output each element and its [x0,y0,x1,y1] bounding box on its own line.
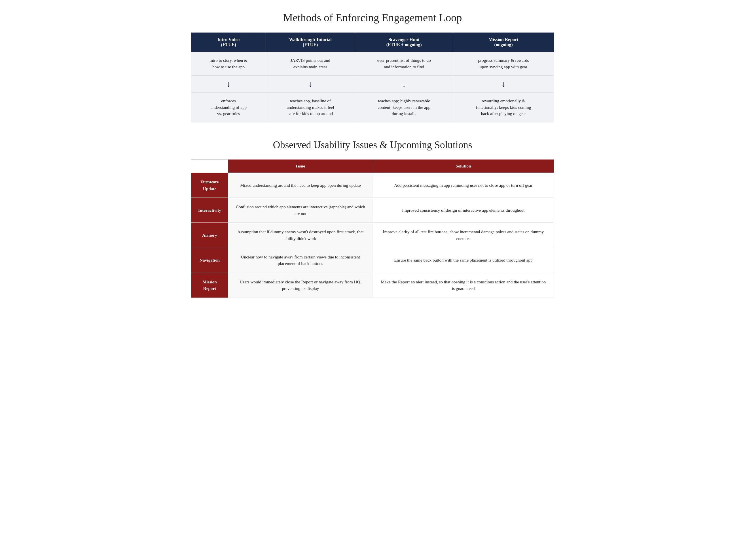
arrow-2: ↓ [266,75,355,92]
engagement-header-3: Scavenger Hunt(FTUE + ongoing) [355,33,453,52]
arrow-1: ↓ [191,75,266,92]
usability-label-interactivity: Interactivity [191,198,228,223]
engagement-top-2: JARVIS points out andexplains main areas [266,52,355,76]
usability-table: Issue Solution Firmware Update Mixed und… [191,159,554,298]
usability-issue-mission-report: Users would immediately close the Report… [228,273,373,298]
engagement-header-2: Walkthrough Tutorial(FTUE) [266,33,355,52]
engagement-bottom-1: enforcesunderstanding of appvs. gear rol… [191,92,266,122]
arrow-3: ↓ [355,75,453,92]
usability-label-armory: Armory [191,223,228,248]
usability-issue-header: Issue [228,160,373,173]
usability-row-armory: Armory Assumption that if dummy enemy wa… [191,223,554,248]
usability-row-mission-report: Mission Report Users would immediately c… [191,273,554,298]
usability-solution-interactivity: Improved consistency of design of intera… [373,198,554,223]
usability-label-firmware: Firmware Update [191,173,228,198]
usability-solution-armory: Improve clarity of all test fire buttons… [373,223,554,248]
usability-solution-header: Solution [373,160,554,173]
page-title-1: Methods of Enforcing Engagement Loop [191,11,554,24]
usability-solution-navigation: Ensure the same back button with the sam… [373,248,554,273]
usability-row-navigation: Navigation Unclear how to navigate away … [191,248,554,273]
engagement-bottom-2: teaches app, baseline ofunderstanding ma… [266,92,355,122]
usability-issue-navigation: Unclear how to navigate away from certai… [228,248,373,273]
usability-row-firmware: Firmware Update Mixed understanding arou… [191,173,554,198]
engagement-top-4: progress summary & rewardsupon syncing a… [453,52,554,76]
page-title-2: Observed Usability Issues & Upcoming Sol… [191,139,554,151]
usability-issue-interactivity: Confusion around which app elements are … [228,198,373,223]
usability-label-navigation: Navigation [191,248,228,273]
engagement-bottom-4: rewarding emotionally &functionally; kee… [453,92,554,122]
usability-solution-firmware: Add persistent messaging in app remindin… [373,173,554,198]
engagement-header-4: Mission Report(ongoing) [453,33,554,52]
engagement-header-1: Intro Video(FTUE) [191,33,266,52]
usability-empty-header [191,160,228,173]
usability-issue-firmware: Mixed understanding around the need to k… [228,173,373,198]
usability-row-interactivity: Interactivity Confusion around which app… [191,198,554,223]
engagement-top-3: ever-present list of things to doand inf… [355,52,453,76]
engagement-table: Intro Video(FTUE) Walkthrough Tutorial(F… [191,32,554,123]
engagement-top-1: intro to story, when &how to use the app [191,52,266,76]
engagement-bottom-3: teaches app; highly renewablecontent; ke… [355,92,453,122]
arrow-4: ↓ [453,75,554,92]
usability-label-mission-report: Mission Report [191,273,228,298]
usability-issue-armory: Assumption that if dummy enemy wasn't de… [228,223,373,248]
usability-solution-mission-report: Make the Report an alert instead, so tha… [373,273,554,298]
